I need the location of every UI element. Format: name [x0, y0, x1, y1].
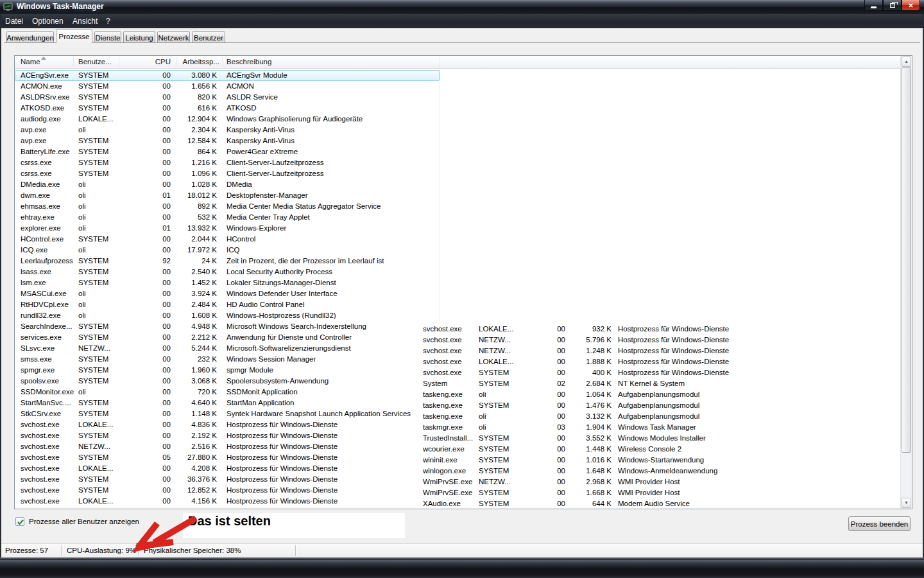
table-row[interactable]: csrss.exeSYSTEM001.096 KClient-Server-La… [15, 168, 440, 179]
restore-button[interactable] [883, 0, 902, 11]
end-process-button[interactable]: Prozess beenden [848, 516, 911, 531]
cell-user: SYSTEM [78, 321, 118, 332]
cell-user: SYSTEM [78, 398, 118, 408]
table-row[interactable]: lsass.exeSYSTEM002.540 KLocal Security A… [15, 267, 440, 277]
table-row[interactable]: svchost.exeLOKALE...001.888 KHostprozess… [419, 356, 778, 367]
cell-mem: 36.376 K [176, 474, 217, 485]
table-row[interactable]: svchost.exeSYSTEM002.192 KHostprozess fü… [15, 430, 440, 441]
table-row[interactable]: spoolsv.exeSYSTEM003.068 KSpoolersubsyst… [15, 376, 440, 387]
tab-dienste[interactable]: Dienste [94, 31, 121, 43]
cell-user: NETZW... [78, 441, 118, 452]
table-row[interactable]: svchost.exeLOKALE...004.208 KHostprozess… [15, 463, 440, 474]
cell-mem: 12.584 K [176, 136, 217, 146]
close-button[interactable]: ✕ [902, 0, 920, 11]
table-row[interactable]: ICQ.exeoli0017.972 KICQ [15, 245, 440, 256]
menu-optionen[interactable]: Optionen [32, 17, 64, 26]
table-row[interactable]: SSDMonitor.exeoli00720 KSSDMonit Applica… [15, 387, 440, 398]
cell-name: BatteryLife.exe [21, 146, 74, 157]
menu-ansicht[interactable]: Ansicht [73, 17, 98, 26]
table-row[interactable]: avp.exeSYSTEM0012.584 KKaspersky Anti-Vi… [15, 136, 440, 146]
tab-benutzer[interactable]: Benutzer [192, 31, 225, 43]
minimize-button[interactable] [864, 0, 883, 11]
scroll-down-button[interactable]: ▾ [902, 498, 911, 508]
table-row[interactable]: LeerlaufprozessSYSTEM9224 KZeit in Proze… [15, 256, 440, 267]
table-row[interactable]: BatteryLife.exeSYSTEM00864 KPower4Gear e… [15, 146, 440, 157]
vertical-scrollbar[interactable]: ▴ ▾ [900, 56, 912, 509]
table-row[interactable]: SearchIndexe...SYSTEM004.948 KMicrosoft … [15, 321, 440, 332]
table-row[interactable]: taskmgr.exeoli031.904 KWindows Task Mana… [419, 422, 778, 433]
table-row[interactable]: lsm.exeSYSTEM001.452 KLokaler Sitzungs-M… [15, 277, 440, 288]
table-row[interactable]: StartManSvc....SYSTEM004.640 KStartMan A… [15, 398, 440, 408]
table-row[interactable]: audiodg.exeLOKALE...0012.904 KWindows Gr… [15, 114, 440, 125]
tab-prozesse[interactable]: Prozesse [56, 30, 92, 43]
table-row[interactable]: SLsvc.exeNETZW...005.244 KMicrosoft-Soft… [15, 343, 440, 354]
table-row[interactable]: svchost.exeNETZW...005.796 KHostprozess … [419, 335, 778, 346]
table-row[interactable]: svchost.exeSYSTEM00400 KHostprozess für … [419, 367, 778, 378]
table-row[interactable]: SystemSYSTEM022.684 KNT Kernel & System [419, 378, 778, 389]
cell-cpu: 00 [119, 332, 171, 343]
cell-cpu: 00 [119, 376, 171, 387]
cell-name: csrss.exe [21, 157, 74, 168]
cell-desc: Windows Session Manager [227, 354, 438, 365]
tab-anwendungen[interactable]: Anwendungen [6, 31, 54, 43]
table-row[interactable]: taskeng.exeoli001.064 KAufgabenplanungsm… [419, 389, 778, 400]
table-row[interactable]: spmgr.exeSYSTEM001.960 Kspmgr Module [15, 365, 440, 376]
menu-hilfe[interactable]: ? [106, 17, 110, 26]
tab-leistung[interactable]: Leistung [123, 31, 155, 43]
column-header-memory[interactable]: Arbeitssp... [176, 58, 219, 66]
cell-cpu: 00 [515, 487, 565, 498]
cell-user: SYSTEM [78, 452, 118, 463]
scroll-up-button[interactable]: ▴ [902, 57, 911, 67]
title-bar[interactable]: Windows Task-Manager ✕ [0, 0, 924, 14]
cell-desc: Modem Audio Service [618, 498, 777, 509]
scrollbar-thumb[interactable] [902, 67, 911, 453]
menu-datei[interactable]: Datei [5, 17, 23, 26]
table-row[interactable]: services.exeSYSTEM002.212 KAnwendung für… [15, 332, 440, 343]
column-header-name[interactable]: Name [21, 58, 40, 66]
show-all-users-checkbox[interactable] [15, 517, 24, 526]
cell-name: ASLDRSrv.exe [21, 92, 74, 103]
table-row[interactable]: WmiPrvSE.exeNETZW...002.968 KWMI Provide… [419, 477, 778, 487]
table-row[interactable]: rundll32.exeoli001.608 KWindows-Hostproz… [15, 310, 440, 321]
table-row[interactable]: svchost.exeSYSTEM0012.852 KHostprozess f… [15, 485, 440, 496]
table-row[interactable]: svchost.exeSYSTEM0036.376 KHostprozess f… [15, 474, 440, 485]
column-header-user[interactable]: Benutze... [78, 58, 112, 66]
table-row[interactable]: ehtray.exeoli00532 KMedia Center Tray Ap… [15, 212, 440, 223]
table-row[interactable]: explorer.exeoli0113.932 KWindows-Explore… [15, 223, 440, 234]
column-header-description[interactable]: Beschreibung [227, 58, 271, 66]
table-row[interactable]: winlogon.exeSYSTEM001.648 KWindows-Anmel… [419, 466, 778, 477]
table-row[interactable]: wcourier.exeSYSTEM001.448 KWireless Cons… [419, 444, 778, 455]
table-row[interactable]: ehmsas.exeoli00892 KMedia Center Media S… [15, 201, 440, 212]
table-row[interactable]: TrustedInstall...SYSTEM003.552 KWindows … [419, 433, 778, 444]
table-row[interactable]: taskeng.exeSYSTEM001.476 KAufgabenplanun… [419, 400, 778, 411]
cell-desc: Client-Server-Laufzeitprozess [227, 168, 438, 179]
table-row[interactable]: DMedia.exeoli001.028 KDMedia [15, 179, 440, 190]
table-row[interactable]: ATKOSD.exeSYSTEM00616 KATKOSD [15, 103, 440, 114]
table-row[interactable]: wininit.exeSYSTEM001.016 KWindows-Starta… [419, 455, 778, 466]
table-row[interactable]: MSASCui.exeoli003.924 KWindows Defender … [15, 288, 440, 299]
table-row[interactable]: dwm.exeoli0118.012 KDesktopfenster-Manag… [15, 190, 440, 201]
table-row[interactable]: smss.exeSYSTEM00232 KWindows Session Man… [15, 354, 440, 365]
table-row[interactable]: ASLDRSrv.exeSYSTEM00820 KASLDR Service [15, 92, 440, 103]
table-row[interactable]: avp.exeoli002.304 KKaspersky Anti-Virus [15, 125, 440, 136]
table-row[interactable]: ACEngSvr.exeSYSTEM003.080 KACEngSvr Modu… [15, 70, 440, 81]
cell-cpu: 00 [119, 463, 171, 474]
table-row[interactable]: csrss.exeSYSTEM001.216 KClient-Server-La… [15, 157, 440, 168]
table-row[interactable]: svchost.exeLOKALE...00860 KHostprozess f… [15, 507, 440, 509]
table-row[interactable]: svchost.exeNETZW...001.248 KHostprozess … [419, 346, 778, 356]
table-row[interactable]: HControl.exeSYSTEM002.044 KHControl [15, 234, 440, 245]
table-row[interactable]: WmiPrvSE.exeSYSTEM001.668 KWMI Provider … [419, 487, 778, 498]
table-row[interactable]: XAudio.exeSYSTEM00644 KModem Audio Servi… [419, 498, 778, 509]
cell-mem: 2.212 K [176, 332, 217, 343]
table-row[interactable]: taskeng.exeoli003.132 KAufgabenplanungsm… [419, 411, 778, 422]
table-row[interactable]: svchost.exeSYSTEM0527.880 KHostprozess f… [15, 452, 440, 463]
table-row[interactable]: svchost.exeNETZW...002.516 KHostprozess … [15, 441, 440, 452]
tab-netzwerk[interactable]: Netzwerk [157, 31, 190, 43]
table-row[interactable]: svchost.exeLOKALE...004.156 KHostprozess… [15, 496, 440, 507]
table-row[interactable]: ACMON.exeSYSTEM001.656 KACMON [15, 81, 440, 92]
table-row[interactable]: RtHDVCpl.exeoli002.484 KHD Audio Control… [15, 299, 440, 310]
table-row[interactable]: svchost.exeLOKALE...004.836 KHostprozess… [15, 419, 440, 430]
table-row[interactable]: svchost.exeLOKALE...00932 KHostprozess f… [419, 324, 778, 335]
table-row[interactable]: StkCSrv.exeSYSTEM001.148 KSyntek Hardwar… [15, 408, 440, 419]
column-header-cpu[interactable]: CPU [119, 58, 171, 66]
